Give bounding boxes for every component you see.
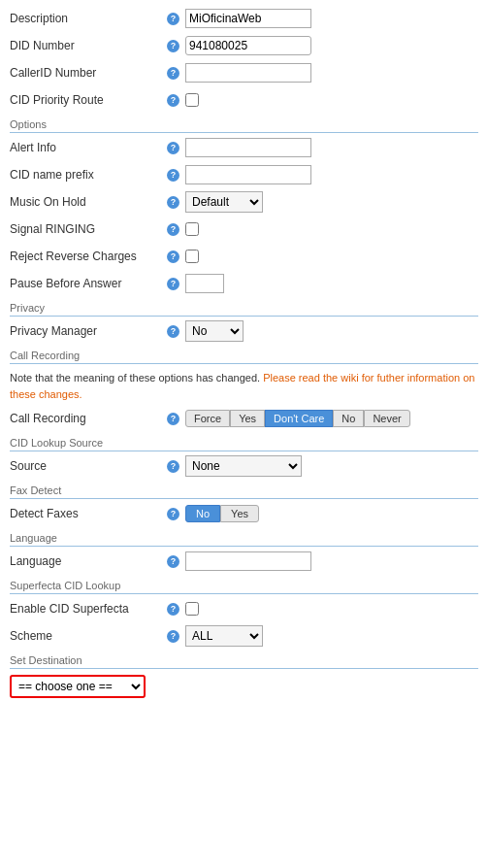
call-recording-note: Note that the meaning of these options h… <box>10 370 478 402</box>
language-input[interactable] <box>185 551 311 571</box>
language-section: Language <box>10 532 478 547</box>
music-on-hold-info-icon[interactable]: ? <box>167 196 179 209</box>
source-row: Source ? None <box>10 455 478 477</box>
signal-ringing-row: Signal RINGING ? <box>10 218 478 240</box>
enable-cid-info-icon[interactable]: ? <box>167 603 179 616</box>
privacy-manager-select[interactable]: No Yes <box>185 320 244 342</box>
rec-btn-never[interactable]: Never <box>364 410 409 427</box>
fax-btn-no[interactable]: No <box>185 505 220 522</box>
cid-lookup-section: CID Lookup Source <box>10 437 478 451</box>
scheme-info-icon[interactable]: ? <box>167 630 179 643</box>
enable-cid-row: Enable CID Superfecta ? <box>10 598 478 619</box>
fax-buttons: No Yes <box>185 505 259 522</box>
rec-btn-force[interactable]: Force <box>185 410 230 427</box>
privacy-manager-label: Privacy Manager <box>10 324 165 338</box>
privacy-manager-row: Privacy Manager ? No Yes <box>10 320 478 342</box>
did-info-icon[interactable]: ? <box>167 40 179 52</box>
reject-reverse-info-icon[interactable]: ? <box>167 250 179 263</box>
detect-faxes-label: Detect Faxes <box>10 507 165 520</box>
set-destination-section: Set Destination <box>10 654 478 669</box>
call-recording-label: Call Recording <box>10 412 165 425</box>
language-info-icon[interactable]: ? <box>167 555 179 568</box>
rec-btn-dont-care[interactable]: Don't Care <box>265 410 333 427</box>
callerid-label: CallerID Number <box>10 66 165 80</box>
rec-btn-no[interactable]: No <box>333 410 364 427</box>
scheme-label: Scheme <box>10 629 165 643</box>
fax-detect-section: Fax Detect <box>10 484 478 499</box>
pause-before-label: Pause Before Answer <box>10 277 165 290</box>
music-on-hold-select[interactable]: Default None <box>185 191 263 213</box>
did-number-row: DID Number ? <box>10 35 478 56</box>
language-row: Language ? <box>10 551 478 572</box>
fax-btn-yes[interactable]: Yes <box>220 505 259 522</box>
call-recording-row: Call Recording ? Force Yes Don't Care No… <box>10 408 478 429</box>
did-number-label: DID Number <box>10 39 165 52</box>
reject-reverse-label: Reject Reverse Charges <box>10 250 165 263</box>
signal-ringing-checkbox[interactable] <box>185 222 199 236</box>
music-on-hold-label: Music On Hold <box>10 195 165 209</box>
cid-name-prefix-row: CID name prefix ? <box>10 164 478 185</box>
choose-one-row: == choose one == <box>10 675 478 698</box>
form-container: Description ? DID Number ? CallerID Numb… <box>0 0 488 706</box>
privacy-manager-info-icon[interactable]: ? <box>167 325 179 338</box>
description-label: Description <box>10 12 165 25</box>
callerid-info-icon[interactable]: ? <box>167 67 179 80</box>
source-info-icon[interactable]: ? <box>167 460 179 473</box>
music-on-hold-row: Music On Hold ? Default None <box>10 191 478 213</box>
source-select[interactable]: None <box>185 455 302 477</box>
cid-name-prefix-info-icon[interactable]: ? <box>167 169 179 182</box>
reject-reverse-row: Reject Reverse Charges ? <box>10 246 478 267</box>
enable-cid-label: Enable CID Superfecta <box>10 602 165 616</box>
call-recording-buttons: Force Yes Don't Care No Never <box>185 410 410 427</box>
pause-before-row: Pause Before Answer ? <box>10 273 478 294</box>
callerid-row: CallerID Number ? <box>10 62 478 83</box>
description-row: Description ? <box>10 8 478 29</box>
language-label: Language <box>10 554 165 568</box>
alert-info-label: Alert Info <box>10 141 165 154</box>
cid-priority-row: CID Priority Route ? <box>10 89 478 111</box>
alert-info-input[interactable] <box>185 138 311 157</box>
scheme-select[interactable]: ALL <box>185 625 263 647</box>
cid-priority-checkbox[interactable] <box>185 93 199 107</box>
callerid-input[interactable] <box>185 63 311 83</box>
call-recording-info-icon[interactable]: ? <box>167 413 179 425</box>
choose-one-select[interactable]: == choose one == <box>10 675 146 698</box>
description-input[interactable] <box>185 9 311 28</box>
alert-info-row: Alert Info ? <box>10 137 478 158</box>
pause-before-input[interactable] <box>185 274 224 293</box>
source-label: Source <box>10 459 165 473</box>
scheme-row: Scheme ? ALL <box>10 625 478 647</box>
signal-ringing-info-icon[interactable]: ? <box>167 223 179 236</box>
reject-reverse-checkbox[interactable] <box>185 250 199 263</box>
detect-faxes-row: Detect Faxes ? No Yes <box>10 503 478 524</box>
description-info-icon[interactable]: ? <box>167 13 179 25</box>
cid-name-prefix-label: CID name prefix <box>10 168 165 182</box>
call-recording-section: Call Recording <box>10 350 478 364</box>
cid-priority-label: CID Priority Route <box>10 93 165 107</box>
cid-name-prefix-input[interactable] <box>185 165 311 184</box>
rec-btn-yes[interactable]: Yes <box>230 410 265 427</box>
pause-before-info-icon[interactable]: ? <box>167 278 179 290</box>
privacy-section: Privacy <box>10 302 478 317</box>
options-section: Options <box>10 118 478 133</box>
signal-ringing-label: Signal RINGING <box>10 222 165 236</box>
detect-faxes-info-icon[interactable]: ? <box>167 508 179 520</box>
cid-priority-info-icon[interactable]: ? <box>167 94 179 107</box>
enable-cid-checkbox[interactable] <box>185 602 199 616</box>
superfecta-section: Superfecta CID Lookup <box>10 580 478 594</box>
alert-info-icon[interactable]: ? <box>167 142 179 154</box>
did-number-input[interactable] <box>185 36 311 55</box>
